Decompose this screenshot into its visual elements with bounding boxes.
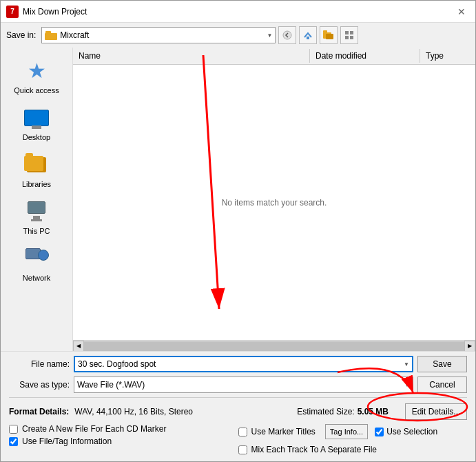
save-as-type-label: Save as type: [9, 380, 70, 390]
window-title: Mix Down Project [23, 7, 453, 17]
dropdown-arrow-icon: ▼ [267, 32, 272, 39]
use-selection-checkbox[interactable] [375, 428, 384, 436]
up-button[interactable] [299, 26, 317, 44]
format-details-label: Format Details: [9, 407, 69, 416]
folder-icon [45, 30, 57, 40]
new-file-per-cd-label: Create A New File For Each CD Marker [22, 424, 166, 434]
estimated-size-value: 5.05 MB [358, 407, 389, 416]
up-icon [303, 30, 313, 40]
checkboxes-area: Create A New File For Each CD Marker Use… [9, 424, 467, 457]
edit-details-button[interactable]: Edit Details... [405, 403, 467, 420]
app-icon: 7 [6, 6, 19, 18]
use-marker-titles-label: Use Marker Titles [251, 427, 315, 436]
svg-rect-4 [326, 34, 333, 39]
use-marker-titles-row: Use Marker Titles Tag Info... Use Select… [238, 424, 468, 439]
title-bar: 7 Mix Down Project ✕ [1, 1, 475, 23]
format-details-value: WAV, 44,100 Hz, 16 Bits, Stereo [74, 407, 291, 416]
mix-each-track-label: Mix Each Track To A Separate File [251, 445, 377, 454]
scroll-right-button[interactable]: ▶ [464, 341, 475, 352]
column-header-name[interactable]: Name [73, 49, 310, 63]
estimated-size-container: Estimated Size: 5.05 MB [297, 407, 389, 416]
sidebar-item-this-pc[interactable]: This PC [1, 194, 72, 241]
file-list-header: Name Date modified Type [73, 48, 475, 65]
mix-down-dialog: 7 Mix Down Project ✕ Save in: Mixcraft ▼ [0, 0, 476, 462]
save-in-label: Save in: [6, 30, 36, 40]
sidebar-item-desktop[interactable]: Desktop [1, 100, 72, 147]
view-icon [344, 30, 354, 40]
file-name-dropdown-icon: ▼ [404, 361, 409, 368]
use-marker-titles-checkbox[interactable] [238, 428, 247, 436]
svg-rect-8 [350, 36, 353, 39]
tag-info-button[interactable]: Tag Info... [325, 424, 368, 439]
folder-name: Mixcraft [60, 30, 89, 40]
save-as-type-row: Save as type: Wave File (*.WAV) ▼ Cancel [9, 376, 467, 393]
sidebar-item-quick-access[interactable]: ★ Quick access [1, 53, 72, 100]
sidebar-label-this-pc: This PC [23, 227, 50, 235]
use-file-tag-checkbox[interactable] [9, 437, 18, 446]
sidebar: ★ Quick access Desktop [1, 48, 73, 351]
format-details-row1: Format Details: WAV, 44,100 Hz, 16 Bits,… [9, 403, 467, 420]
file-name-input[interactable]: 30 sec. Dogfood spot ▼ [74, 356, 413, 372]
sidebar-label-network: Network [23, 274, 50, 282]
sidebar-item-network[interactable]: Network [1, 241, 72, 288]
content-area: Name Date modified Type No items match y… [73, 48, 475, 351]
format-details-section: Format Details: WAV, 44,100 Hz, 16 Bits,… [9, 397, 467, 457]
new-file-per-cd-row: Create A New File For Each CD Marker [9, 424, 238, 434]
type-dropdown-arrow-icon: ▼ [404, 382, 410, 388]
use-selection-label: Use Selection [386, 427, 437, 436]
libraries-icon [23, 152, 50, 177]
mix-each-track-row: Mix Each Track To A Separate File [238, 445, 468, 454]
file-list-body: No items match your search. [73, 65, 475, 340]
recent-folders-button[interactable] [320, 26, 338, 44]
column-header-date[interactable]: Date modified [310, 49, 420, 63]
svg-rect-1 [307, 37, 309, 39]
svg-rect-3 [323, 30, 327, 33]
svg-rect-6 [350, 31, 353, 34]
horizontal-scrollbar[interactable]: ◀ ▶ [73, 340, 475, 351]
file-name-value: 30 sec. Dogfood spot [78, 359, 404, 369]
file-name-label: File name: [9, 359, 70, 369]
close-button[interactable]: ✕ [453, 3, 470, 20]
new-file-per-cd-checkbox[interactable] [9, 425, 18, 434]
use-file-tag-row: Use File/Tag Information [9, 436, 238, 446]
back-button[interactable] [278, 26, 296, 44]
cancel-button[interactable]: Cancel [417, 376, 467, 393]
save-as-type-dropdown[interactable]: Wave File (*.WAV) ▼ [74, 376, 413, 393]
use-file-tag-label: Use File/Tag Information [22, 436, 112, 446]
save-as-type-value: Wave File (*.WAV) [77, 380, 145, 390]
svg-point-0 [283, 31, 291, 39]
svg-rect-7 [345, 36, 349, 39]
file-name-row: File name: 30 sec. Dogfood spot ▼ Save [9, 356, 467, 372]
main-area: ★ Quick access Desktop [1, 48, 475, 351]
desktop-icon [23, 106, 50, 130]
sidebar-item-libraries[interactable]: Libraries [1, 147, 72, 194]
scroll-left-button[interactable]: ◀ [73, 341, 84, 352]
quick-access-icon: ★ [23, 59, 50, 83]
sidebar-label-quick-access: Quick access [14, 86, 59, 94]
column-header-type[interactable]: Type [420, 49, 475, 63]
network-icon [23, 246, 50, 271]
scroll-track[interactable] [84, 341, 464, 351]
right-checkboxes: Use Marker Titles Tag Info... Use Select… [238, 424, 468, 457]
folder-dropdown[interactable]: Mixcraft ▼ [41, 27, 276, 43]
back-icon [282, 30, 292, 40]
save-in-toolbar: Save in: Mixcraft ▼ [1, 23, 475, 48]
this-pc-icon [23, 199, 50, 224]
save-button[interactable]: Save [417, 356, 467, 372]
estimated-size-label: Estimated Size: [297, 407, 354, 416]
sidebar-label-libraries: Libraries [22, 180, 51, 188]
no-items-message: No items match your search. [222, 198, 327, 208]
mix-each-track-checkbox[interactable] [238, 445, 247, 454]
left-checkboxes: Create A New File For Each CD Marker Use… [9, 424, 238, 457]
svg-rect-5 [345, 31, 349, 34]
view-options-button[interactable] [340, 26, 358, 44]
recent-folders-icon [323, 30, 334, 40]
bottom-section: File name: 30 sec. Dogfood spot ▼ Save S… [1, 351, 475, 461]
sidebar-label-desktop: Desktop [23, 133, 50, 141]
